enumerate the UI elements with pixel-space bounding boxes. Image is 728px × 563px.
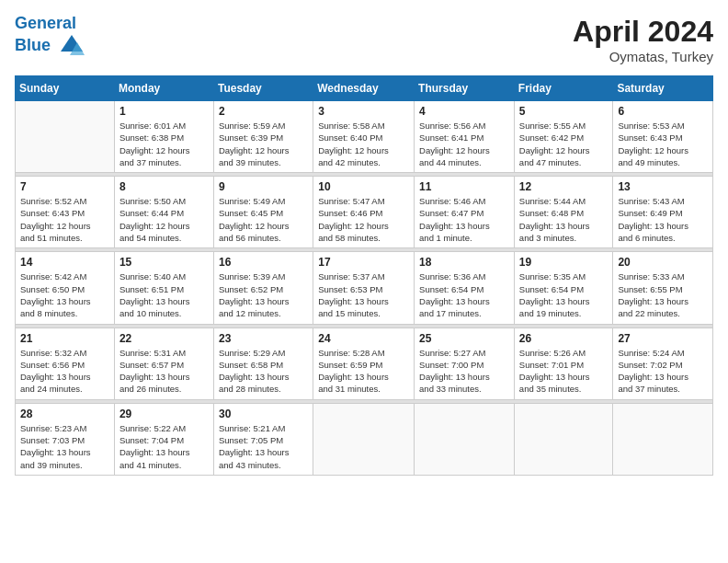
calendar-table: SundayMondayTuesdayWednesdayThursdayFrid… [15,75,713,476]
day-info: Sunrise: 6:01 AM Sunset: 6:38 PM Dayligh… [119,120,209,168]
day-number: 2 [219,105,308,118]
day-info: Sunrise: 5:43 AM Sunset: 6:49 PM Dayligh… [618,195,708,244]
calendar-cell: 20Sunrise: 5:33 AM Sunset: 6:55 PM Dayli… [613,252,713,324]
calendar-cell: 2Sunrise: 5:59 AM Sunset: 6:39 PM Daylig… [213,101,313,173]
day-info: Sunrise: 5:21 AM Sunset: 7:05 PM Dayligh… [219,422,308,471]
calendar-cell: 22Sunrise: 5:31 AM Sunset: 6:57 PM Dayli… [114,327,213,399]
calendar-cell: 26Sunrise: 5:26 AM Sunset: 7:01 PM Dayli… [514,327,613,399]
day-number: 7 [20,180,109,193]
calendar-cell: 16Sunrise: 5:39 AM Sunset: 6:52 PM Dayli… [213,252,313,324]
day-number: 11 [419,180,509,193]
weekday-header-friday: Friday [514,76,613,101]
day-number: 5 [519,105,609,118]
day-number: 29 [119,408,209,420]
calendar-cell [16,101,115,173]
calendar-cell: 21Sunrise: 5:32 AM Sunset: 6:56 PM Dayli… [16,327,115,399]
calendar-cell: 7Sunrise: 5:52 AM Sunset: 6:43 PM Daylig… [16,177,115,248]
calendar-cell: 24Sunrise: 5:28 AM Sunset: 6:59 PM Dayli… [313,327,415,399]
calendar-cell: 19Sunrise: 5:35 AM Sunset: 6:54 PM Dayli… [514,252,613,324]
day-info: Sunrise: 5:23 AM Sunset: 7:03 PM Dayligh… [20,422,109,471]
calendar-cell: 17Sunrise: 5:37 AM Sunset: 6:53 PM Dayli… [313,252,415,324]
calendar-cell: 1Sunrise: 6:01 AM Sunset: 6:38 PM Daylig… [114,101,213,173]
day-info: Sunrise: 5:24 AM Sunset: 7:02 PM Dayligh… [618,347,708,396]
day-info: Sunrise: 5:49 AM Sunset: 6:45 PM Dayligh… [219,195,308,244]
day-info: Sunrise: 5:27 AM Sunset: 7:00 PM Dayligh… [419,347,509,396]
weekday-header-sunday: Sunday [16,76,115,101]
day-info: Sunrise: 5:56 AM Sunset: 6:41 PM Dayligh… [419,120,509,168]
day-number: 28 [20,408,109,420]
calendar-cell: 29Sunrise: 5:22 AM Sunset: 7:04 PM Dayli… [114,403,213,475]
day-info: Sunrise: 5:33 AM Sunset: 6:55 PM Dayligh… [618,270,708,319]
logo-text2: Blue [15,33,85,59]
day-info: Sunrise: 5:22 AM Sunset: 7:04 PM Dayligh… [119,422,209,471]
calendar-week-row: 14Sunrise: 5:42 AM Sunset: 6:50 PM Dayli… [16,252,713,324]
calendar-cell: 10Sunrise: 5:47 AM Sunset: 6:46 PM Dayli… [313,177,415,248]
day-number: 17 [318,256,409,269]
calendar-cell: 14Sunrise: 5:42 AM Sunset: 6:50 PM Dayli… [16,252,115,324]
day-info: Sunrise: 5:42 AM Sunset: 6:50 PM Dayligh… [20,270,109,319]
calendar-cell: 27Sunrise: 5:24 AM Sunset: 7:02 PM Dayli… [613,327,713,399]
calendar-cell: 23Sunrise: 5:29 AM Sunset: 6:58 PM Dayli… [213,327,313,399]
day-info: Sunrise: 5:59 AM Sunset: 6:39 PM Dayligh… [219,120,308,168]
day-number: 16 [219,256,308,269]
day-number: 27 [618,332,708,345]
weekday-header-wednesday: Wednesday [313,76,415,101]
day-info: Sunrise: 5:28 AM Sunset: 6:59 PM Dayligh… [318,347,409,396]
calendar-cell: 12Sunrise: 5:44 AM Sunset: 6:48 PM Dayli… [514,177,613,248]
day-number: 8 [119,180,209,193]
calendar-cell [313,403,415,475]
logo-icon [59,33,85,59]
day-number: 1 [119,105,209,118]
calendar-header-row: SundayMondayTuesdayWednesdayThursdayFrid… [16,76,713,101]
day-info: Sunrise: 5:40 AM Sunset: 6:51 PM Dayligh… [119,270,209,319]
day-info: Sunrise: 5:58 AM Sunset: 6:40 PM Dayligh… [318,120,409,168]
title-block: April 2024 Oymatas, Turkey [573,15,713,64]
day-number: 19 [519,256,609,269]
calendar-week-row: 1Sunrise: 6:01 AM Sunset: 6:38 PM Daylig… [16,101,713,173]
month-title: April 2024 [573,15,713,49]
calendar-cell: 9Sunrise: 5:49 AM Sunset: 6:45 PM Daylig… [213,177,313,248]
calendar-cell [415,403,515,475]
day-info: Sunrise: 5:35 AM Sunset: 6:54 PM Dayligh… [519,270,609,319]
day-info: Sunrise: 5:47 AM Sunset: 6:46 PM Dayligh… [318,195,409,244]
day-number: 26 [519,332,609,345]
day-info: Sunrise: 5:37 AM Sunset: 6:53 PM Dayligh… [318,270,409,319]
calendar-cell: 25Sunrise: 5:27 AM Sunset: 7:00 PM Dayli… [415,327,515,399]
calendar-cell: 30Sunrise: 5:21 AM Sunset: 7:05 PM Dayli… [213,403,313,475]
day-number: 23 [219,332,308,345]
calendar-week-row: 7Sunrise: 5:52 AM Sunset: 6:43 PM Daylig… [16,177,713,248]
page-header: General Blue April 2024 Oymatas, Turkey [15,15,713,64]
day-info: Sunrise: 5:55 AM Sunset: 6:42 PM Dayligh… [519,120,609,168]
calendar-cell: 13Sunrise: 5:43 AM Sunset: 6:49 PM Dayli… [613,177,713,248]
day-number: 3 [318,105,409,118]
calendar-cell: 15Sunrise: 5:40 AM Sunset: 6:51 PM Dayli… [114,252,213,324]
calendar-cell: 6Sunrise: 5:53 AM Sunset: 6:43 PM Daylig… [613,101,713,173]
weekday-header-saturday: Saturday [613,76,713,101]
logo: General Blue [15,15,85,59]
weekday-header-monday: Monday [114,76,213,101]
calendar-cell: 28Sunrise: 5:23 AM Sunset: 7:03 PM Dayli… [16,403,115,475]
day-number: 24 [318,332,409,345]
day-number: 6 [618,105,708,118]
day-number: 9 [219,180,308,193]
calendar-cell: 5Sunrise: 5:55 AM Sunset: 6:42 PM Daylig… [514,101,613,173]
day-info: Sunrise: 5:46 AM Sunset: 6:47 PM Dayligh… [419,195,509,244]
day-number: 13 [618,180,708,193]
day-number: 25 [419,332,509,345]
day-number: 12 [519,180,609,193]
day-info: Sunrise: 5:52 AM Sunset: 6:43 PM Dayligh… [20,195,109,244]
calendar-cell: 3Sunrise: 5:58 AM Sunset: 6:40 PM Daylig… [313,101,415,173]
calendar-week-row: 21Sunrise: 5:32 AM Sunset: 6:56 PM Dayli… [16,327,713,399]
day-info: Sunrise: 5:31 AM Sunset: 6:57 PM Dayligh… [119,347,209,396]
day-info: Sunrise: 5:36 AM Sunset: 6:54 PM Dayligh… [419,270,509,319]
day-info: Sunrise: 5:53 AM Sunset: 6:43 PM Dayligh… [618,120,708,168]
calendar-cell: 4Sunrise: 5:56 AM Sunset: 6:41 PM Daylig… [415,101,515,173]
day-info: Sunrise: 5:39 AM Sunset: 6:52 PM Dayligh… [219,270,308,319]
day-number: 22 [119,332,209,345]
location-title: Oymatas, Turkey [573,49,713,64]
calendar-cell [613,403,713,475]
weekday-header-tuesday: Tuesday [213,76,313,101]
calendar-cell [514,403,613,475]
logo-text: General [15,15,85,33]
calendar-cell: 18Sunrise: 5:36 AM Sunset: 6:54 PM Dayli… [415,252,515,324]
